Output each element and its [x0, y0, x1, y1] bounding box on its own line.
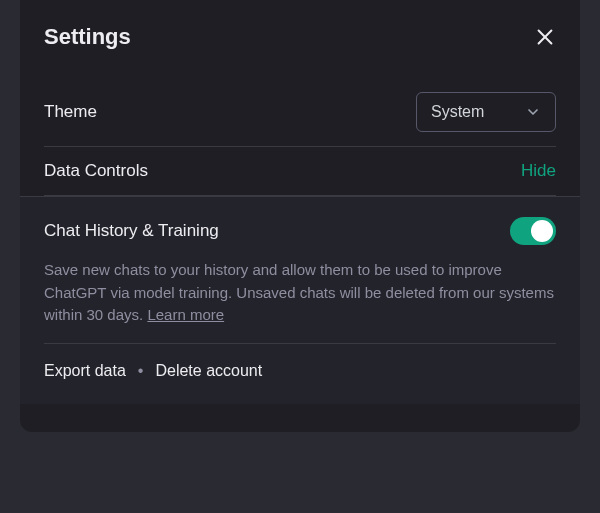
theme-label: Theme	[44, 102, 97, 122]
page-title: Settings	[44, 24, 131, 50]
delete-account-link[interactable]: Delete account	[155, 362, 262, 380]
data-controls-row: Data Controls Hide	[44, 147, 556, 196]
close-icon	[534, 26, 556, 48]
chat-history-header: Chat History & Training	[44, 217, 556, 245]
export-data-link[interactable]: Export data	[44, 362, 126, 380]
chat-history-title: Chat History & Training	[44, 221, 219, 241]
settings-modal: Settings Theme System Data Controls Hide…	[20, 0, 580, 432]
data-controls-label: Data Controls	[44, 161, 148, 181]
theme-row: Theme System	[44, 78, 556, 147]
chat-history-section: Chat History & Training Save new chats t…	[20, 196, 580, 404]
theme-select[interactable]: System	[416, 92, 556, 132]
data-controls-toggle[interactable]: Hide	[521, 161, 556, 181]
modal-header: Settings	[44, 24, 556, 50]
description-text: Save new chats to your history and allow…	[44, 261, 554, 323]
chevron-down-icon	[525, 104, 541, 120]
chat-history-description: Save new chats to your history and allow…	[44, 259, 556, 327]
learn-more-link[interactable]: Learn more	[147, 306, 224, 323]
section-divider	[44, 343, 556, 344]
theme-select-value: System	[431, 103, 484, 121]
data-actions: Export data • Delete account	[44, 362, 556, 380]
toggle-knob	[531, 220, 553, 242]
chat-history-toggle[interactable]	[510, 217, 556, 245]
close-button[interactable]	[534, 26, 556, 48]
separator-dot: •	[138, 362, 144, 380]
